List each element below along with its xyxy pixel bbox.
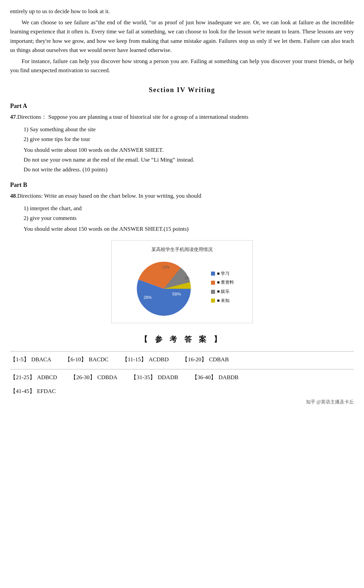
legend-search: ■ 查资料 [211,279,234,286]
part-b-sub-1: 1) interpret the chart, and [24,204,354,213]
chart-title: 某高校学生手机阅读使用情况 [151,246,213,253]
range-21-25: 【21-25】 [10,373,35,382]
chart-container: 某高校学生手机阅读使用情况 58% 28% [111,240,253,323]
part-a-note-3: Do not write the address. (10 points) [24,165,354,174]
legend-color-study [211,272,215,276]
range-16-20: 【16-20】 [182,355,207,364]
answer-group-1-5: 【1-5】 DBACA [10,355,51,364]
part-a-directions: 47.Directions： Suppose you are planning … [10,112,354,121]
vals-1-5: DBACA [31,355,52,364]
range-6-10: 【6-10】 [65,355,87,364]
answer-row-2: 【21-25】 ADBCD 【26-30】 CDBDA 【31-35】 DDAD… [10,373,354,382]
legend-label-unknown: ■ 未知 [217,297,230,304]
part-a-number: 47 [10,114,16,120]
answer-group-6-10: 【6-10】 BACDC [65,355,109,364]
part-a-sub-2: 2) give some tips for the tour [24,135,354,144]
range-11-15: 【11-15】 [122,355,147,364]
chart-legend: ■ 学习 ■ 查资料 ■ 娱乐 ■ 未知 [211,270,234,304]
part-a-directions-text: 47.Directions： Suppose you are planning … [10,112,354,121]
part-b-dir-label: Directions: [17,193,43,199]
part-b-sub-2: 2) give your comments [24,214,354,223]
answer-heading: 【 参 考 答 案 】 [10,333,354,345]
part-b-number: 48 [10,193,16,199]
part-a-notes: You should write about 100 words on the … [24,145,354,174]
chart-body: 58% 28% 12% 2% ■ 学习 ■ 查资料 ■ 娱乐 [130,257,234,317]
legend-study: ■ 学习 [211,270,234,277]
range-1-5: 【1-5】 [10,355,29,364]
part-a-sublist: 1) Say something about the site 2) give … [24,125,354,144]
answer-group-16-20: 【16-20】 CDBAB [182,355,229,364]
pie-label-entertainment: 12% [162,265,170,269]
answer-divider-mid [10,369,354,369]
range-31-35: 【31-35】 [131,373,156,382]
part-b-label: Part B [10,180,354,190]
answer-group-41-45: 【41-45】 EFDAC [10,387,56,396]
range-41-45: 【41-45】 [10,387,35,396]
legend-entertainment: ■ 娱乐 [211,288,234,295]
vals-16-20: CDBAB [209,355,229,364]
legend-color-search [211,281,215,285]
part-b: Part B 48.Directions: Write an essay bas… [10,180,354,233]
legend-label-entertainment: ■ 娱乐 [217,288,230,295]
answer-row-3: 【41-45】 EFDAC [10,387,354,396]
part-a-dir-main: Suppose you are planning a tour of histo… [47,114,248,120]
part-a-label: Part A [10,101,354,111]
answer-group-36-40: 【36-40】 DABDB [192,373,239,382]
chart-inner: 某高校学生手机阅读使用情况 58% 28% [130,246,234,317]
range-36-40: 【36-40】 [192,373,217,382]
legend-color-entertainment [211,290,215,294]
answer-divider-top [10,351,354,352]
legend-label-search: ■ 查资料 [217,279,234,286]
vals-36-40: DABDB [218,373,239,382]
watermark: 知乎 @英语主播及卡丘 [10,398,354,406]
part-b-directions: 48.Directions: Write an essay based on t… [10,191,354,200]
pie-chart: 58% 28% 12% 2% [130,257,204,317]
answer-section: 【 参 考 答 案 】 【1-5】 DBACA 【6-10】 BACDC 【11… [10,333,354,406]
pie-label-unknown: 2% [185,276,190,280]
para-2: We can choose to see failure as"the end … [10,18,354,55]
legend-label-study: ■ 学习 [217,270,230,277]
part-a-dir-label: Directions： [17,114,47,120]
answer-group-11-15: 【11-15】 ACDBD [122,355,169,364]
vals-11-15: ACDBD [149,355,169,364]
vals-41-45: EFDAC [37,387,56,396]
pie-label-study: 58% [172,291,181,297]
legend-unknown: ■ 未知 [211,297,234,304]
part-b-sublist: 1) interpret the chart, and 2) give your… [24,204,354,223]
part-b-notes: You should write about 150 words on the … [24,224,354,233]
answer-group-21-25: 【21-25】 ADBCD [10,373,57,382]
vals-6-10: BACDC [89,355,109,364]
part-a: Part A 47.Directions： Suppose you are pl… [10,101,354,174]
answer-group-31-35: 【31-35】 DDADB [131,373,178,382]
part-b-note-1: You should write about 150 words on the … [24,224,354,233]
answer-group-26-30: 【26-30】 CDBDA [70,373,117,382]
range-26-30: 【26-30】 [70,373,95,382]
vals-31-35: DDADB [158,373,178,382]
part-b-dir-main: Write an essay based on the chart below.… [43,193,202,199]
answer-row-1: 【1-5】 DBACA 【6-10】 BACDC 【11-15】 ACDBD 【… [10,355,354,364]
vals-26-30: CDBDA [97,373,118,382]
vals-21-25: ADBCD [37,373,57,382]
legend-color-unknown [211,299,215,303]
para-3: For instance, failure can help you disco… [10,57,354,75]
para-1: entirely up to us to decide how to look … [10,7,354,16]
part-a-note-2: Do not use your own name at the end of t… [24,155,354,164]
part-a-note-1: You should write about 100 words on the … [24,145,354,155]
opening-paragraphs: entirely up to us to decide how to look … [10,7,354,75]
pie-label-search: 28% [144,295,152,300]
section-heading: Section IV Writing [10,84,354,95]
part-a-sub-1: 1) Say something about the site [24,125,354,134]
part-b-directions-text: 48.Directions: Write an essay based on t… [10,191,354,200]
